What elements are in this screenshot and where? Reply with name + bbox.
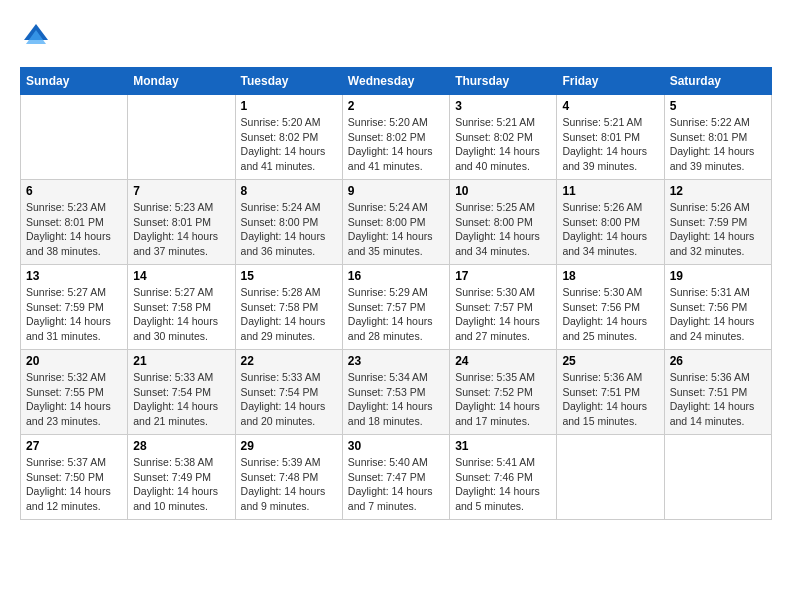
day-number: 12 [670,184,766,198]
day-number: 30 [348,439,444,453]
calendar-cell: 8Sunrise: 5:24 AM Sunset: 8:00 PM Daylig… [235,180,342,265]
calendar-week-row: 13Sunrise: 5:27 AM Sunset: 7:59 PM Dayli… [21,265,772,350]
calendar-week-row: 1Sunrise: 5:20 AM Sunset: 8:02 PM Daylig… [21,95,772,180]
day-info: Sunrise: 5:28 AM Sunset: 7:58 PM Dayligh… [241,285,337,344]
page-header [20,20,772,52]
day-number: 7 [133,184,229,198]
header-monday: Monday [128,68,235,95]
day-info: Sunrise: 5:38 AM Sunset: 7:49 PM Dayligh… [133,455,229,514]
logo [20,20,56,52]
day-number: 18 [562,269,658,283]
day-number: 26 [670,354,766,368]
calendar-cell: 29Sunrise: 5:39 AM Sunset: 7:48 PM Dayli… [235,435,342,520]
day-number: 8 [241,184,337,198]
day-info: Sunrise: 5:23 AM Sunset: 8:01 PM Dayligh… [26,200,122,259]
calendar-table: SundayMondayTuesdayWednesdayThursdayFrid… [20,67,772,520]
day-info: Sunrise: 5:27 AM Sunset: 7:59 PM Dayligh… [26,285,122,344]
day-number: 25 [562,354,658,368]
day-info: Sunrise: 5:35 AM Sunset: 7:52 PM Dayligh… [455,370,551,429]
day-info: Sunrise: 5:21 AM Sunset: 8:02 PM Dayligh… [455,115,551,174]
calendar-week-row: 20Sunrise: 5:32 AM Sunset: 7:55 PM Dayli… [21,350,772,435]
day-number: 4 [562,99,658,113]
calendar-cell: 19Sunrise: 5:31 AM Sunset: 7:56 PM Dayli… [664,265,771,350]
day-info: Sunrise: 5:20 AM Sunset: 8:02 PM Dayligh… [348,115,444,174]
calendar-cell: 27Sunrise: 5:37 AM Sunset: 7:50 PM Dayli… [21,435,128,520]
day-number: 2 [348,99,444,113]
day-number: 24 [455,354,551,368]
calendar-cell: 23Sunrise: 5:34 AM Sunset: 7:53 PM Dayli… [342,350,449,435]
calendar-cell: 20Sunrise: 5:32 AM Sunset: 7:55 PM Dayli… [21,350,128,435]
day-number: 10 [455,184,551,198]
day-info: Sunrise: 5:33 AM Sunset: 7:54 PM Dayligh… [241,370,337,429]
day-number: 16 [348,269,444,283]
calendar-cell: 25Sunrise: 5:36 AM Sunset: 7:51 PM Dayli… [557,350,664,435]
day-number: 29 [241,439,337,453]
calendar-cell: 18Sunrise: 5:30 AM Sunset: 7:56 PM Dayli… [557,265,664,350]
calendar-cell: 17Sunrise: 5:30 AM Sunset: 7:57 PM Dayli… [450,265,557,350]
day-info: Sunrise: 5:30 AM Sunset: 7:57 PM Dayligh… [455,285,551,344]
day-info: Sunrise: 5:39 AM Sunset: 7:48 PM Dayligh… [241,455,337,514]
day-number: 11 [562,184,658,198]
day-info: Sunrise: 5:36 AM Sunset: 7:51 PM Dayligh… [562,370,658,429]
calendar-week-row: 27Sunrise: 5:37 AM Sunset: 7:50 PM Dayli… [21,435,772,520]
calendar-cell: 7Sunrise: 5:23 AM Sunset: 8:01 PM Daylig… [128,180,235,265]
day-number: 13 [26,269,122,283]
header-sunday: Sunday [21,68,128,95]
day-number: 9 [348,184,444,198]
day-info: Sunrise: 5:37 AM Sunset: 7:50 PM Dayligh… [26,455,122,514]
calendar-cell: 3Sunrise: 5:21 AM Sunset: 8:02 PM Daylig… [450,95,557,180]
day-info: Sunrise: 5:23 AM Sunset: 8:01 PM Dayligh… [133,200,229,259]
calendar-cell [557,435,664,520]
day-number: 1 [241,99,337,113]
day-info: Sunrise: 5:21 AM Sunset: 8:01 PM Dayligh… [562,115,658,174]
day-number: 27 [26,439,122,453]
calendar-cell [128,95,235,180]
day-info: Sunrise: 5:27 AM Sunset: 7:58 PM Dayligh… [133,285,229,344]
day-number: 19 [670,269,766,283]
day-info: Sunrise: 5:30 AM Sunset: 7:56 PM Dayligh… [562,285,658,344]
day-info: Sunrise: 5:20 AM Sunset: 8:02 PM Dayligh… [241,115,337,174]
day-number: 14 [133,269,229,283]
day-number: 21 [133,354,229,368]
day-number: 23 [348,354,444,368]
day-info: Sunrise: 5:26 AM Sunset: 7:59 PM Dayligh… [670,200,766,259]
day-number: 3 [455,99,551,113]
day-info: Sunrise: 5:29 AM Sunset: 7:57 PM Dayligh… [348,285,444,344]
header-friday: Friday [557,68,664,95]
day-info: Sunrise: 5:41 AM Sunset: 7:46 PM Dayligh… [455,455,551,514]
day-number: 5 [670,99,766,113]
calendar-cell: 11Sunrise: 5:26 AM Sunset: 8:00 PM Dayli… [557,180,664,265]
calendar-cell: 9Sunrise: 5:24 AM Sunset: 8:00 PM Daylig… [342,180,449,265]
calendar-cell: 6Sunrise: 5:23 AM Sunset: 8:01 PM Daylig… [21,180,128,265]
calendar-cell: 4Sunrise: 5:21 AM Sunset: 8:01 PM Daylig… [557,95,664,180]
header-thursday: Thursday [450,68,557,95]
calendar-cell: 30Sunrise: 5:40 AM Sunset: 7:47 PM Dayli… [342,435,449,520]
day-number: 15 [241,269,337,283]
calendar-cell: 2Sunrise: 5:20 AM Sunset: 8:02 PM Daylig… [342,95,449,180]
day-info: Sunrise: 5:32 AM Sunset: 7:55 PM Dayligh… [26,370,122,429]
calendar-cell: 16Sunrise: 5:29 AM Sunset: 7:57 PM Dayli… [342,265,449,350]
day-number: 31 [455,439,551,453]
day-info: Sunrise: 5:34 AM Sunset: 7:53 PM Dayligh… [348,370,444,429]
day-number: 22 [241,354,337,368]
header-saturday: Saturday [664,68,771,95]
day-number: 6 [26,184,122,198]
calendar-week-row: 6Sunrise: 5:23 AM Sunset: 8:01 PM Daylig… [21,180,772,265]
calendar-cell: 31Sunrise: 5:41 AM Sunset: 7:46 PM Dayli… [450,435,557,520]
calendar-cell: 21Sunrise: 5:33 AM Sunset: 7:54 PM Dayli… [128,350,235,435]
calendar-cell: 13Sunrise: 5:27 AM Sunset: 7:59 PM Dayli… [21,265,128,350]
calendar-cell: 24Sunrise: 5:35 AM Sunset: 7:52 PM Dayli… [450,350,557,435]
day-number: 17 [455,269,551,283]
calendar-cell: 28Sunrise: 5:38 AM Sunset: 7:49 PM Dayli… [128,435,235,520]
calendar-header-row: SundayMondayTuesdayWednesdayThursdayFrid… [21,68,772,95]
day-info: Sunrise: 5:26 AM Sunset: 8:00 PM Dayligh… [562,200,658,259]
calendar-cell: 5Sunrise: 5:22 AM Sunset: 8:01 PM Daylig… [664,95,771,180]
day-info: Sunrise: 5:36 AM Sunset: 7:51 PM Dayligh… [670,370,766,429]
calendar-cell: 1Sunrise: 5:20 AM Sunset: 8:02 PM Daylig… [235,95,342,180]
calendar-cell: 10Sunrise: 5:25 AM Sunset: 8:00 PM Dayli… [450,180,557,265]
calendar-cell: 26Sunrise: 5:36 AM Sunset: 7:51 PM Dayli… [664,350,771,435]
logo-icon [20,20,52,52]
calendar-cell: 14Sunrise: 5:27 AM Sunset: 7:58 PM Dayli… [128,265,235,350]
day-info: Sunrise: 5:40 AM Sunset: 7:47 PM Dayligh… [348,455,444,514]
calendar-cell [664,435,771,520]
